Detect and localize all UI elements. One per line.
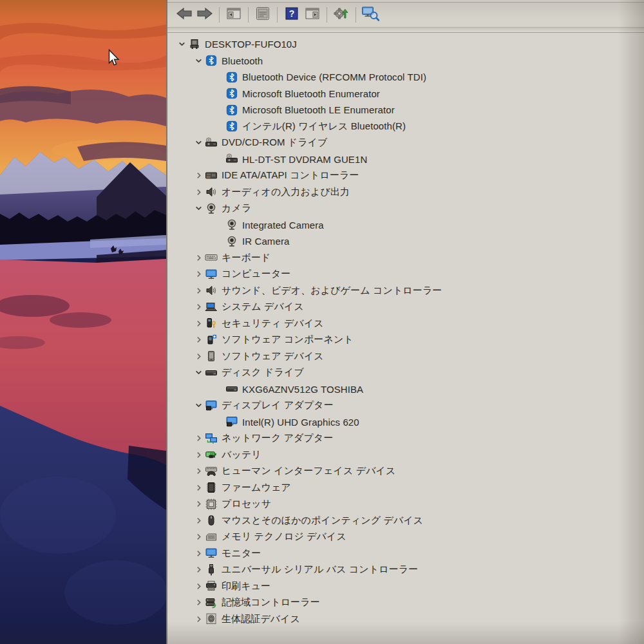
disk-drive-icon [225, 383, 238, 395]
tree-item[interactable]: IDE ATA/ATAPI コントローラー [167, 167, 644, 184]
mouse-icon [205, 514, 218, 527]
tree-item[interactable]: ヒューマン インターフェイス デバイス [167, 463, 644, 480]
sunset-lake-wallpaper-image [0, 0, 166, 644]
tree-item[interactable]: ユニバーサル シリアル バス コントローラー [167, 562, 644, 578]
tree-item[interactable]: ファームウェア [167, 480, 644, 497]
chevron-down-icon[interactable] [192, 137, 205, 149]
chevron-right-icon[interactable] [192, 531, 205, 544]
chevron-right-icon[interactable] [192, 481, 205, 494]
toolbar-button-forward-arrow[interactable] [195, 6, 214, 24]
tree-item[interactable]: ソフトウェア コンポーネント [167, 332, 644, 348]
chevron-down-icon[interactable] [192, 54, 205, 67]
svg-text:?: ? [289, 8, 295, 19]
tree-item[interactable]: キーボード [167, 250, 644, 267]
tree-item[interactable]: コンピューター [167, 266, 644, 283]
chevron-right-icon[interactable] [192, 596, 205, 609]
back-arrow-icon [176, 7, 193, 23]
chevron-right-icon[interactable] [192, 612, 205, 625]
tree-item[interactable]: Microsoft Bluetooth LE Enumerator [167, 102, 644, 118]
toolbar-separator [277, 7, 278, 23]
toolbar-button-console-tree[interactable] [224, 6, 243, 24]
toolbar-button-update-driver[interactable] [332, 6, 351, 24]
usb-controller-icon [205, 564, 218, 576]
tree-item-label: ヒューマン インターフェイス デバイス [222, 465, 396, 477]
tree-item-label: IR Camera [242, 236, 289, 247]
toolbar-button-properties[interactable] [253, 6, 272, 24]
chevron-right-icon[interactable] [192, 448, 205, 461]
chevron-right-icon[interactable] [192, 350, 205, 363]
tree-item[interactable]: マウスとそのほかのポインティング デバイス [167, 513, 644, 529]
toolbar-button-help[interactable]: ? [282, 6, 301, 24]
tree-item-label: Integrated Camera [242, 220, 324, 231]
chevron-right-icon[interactable] [192, 580, 205, 592]
tree-item-label: サウンド、ビデオ、およびゲーム コントローラー [222, 285, 442, 297]
toolbar-button-scan-hardware[interactable] [361, 6, 380, 24]
tree-item[interactable]: IR Camera [167, 233, 644, 250]
chevron-right-icon[interactable] [192, 268, 205, 281]
tree-item[interactable]: ネットワーク アダプター [167, 430, 644, 447]
tree-item-label: Bluetooth Device (RFCOMM Protocol TDI) [242, 71, 426, 82]
chevron-down-icon[interactable] [192, 399, 205, 412]
tree-item[interactable]: オーディオの入力および出力 [167, 184, 644, 201]
chevron-down-icon[interactable] [175, 38, 188, 51]
tree-item-label: ユニバーサル シリアル バス コントローラー [222, 564, 418, 576]
tree-item-label: インテル(R) ワイヤレス Bluetooth(R) [242, 120, 406, 133]
tree-item[interactable]: システム デバイス [167, 299, 644, 316]
tree-item[interactable]: バッテリ [167, 447, 644, 464]
chevron-right-icon[interactable] [192, 432, 205, 445]
tree-item[interactable]: Integrated Camera [167, 217, 644, 234]
tree-item[interactable]: Microsoft Bluetooth Enumerator [167, 86, 644, 102]
network-adapter-icon [205, 432, 218, 445]
tree-item[interactable]: セキュリティ デバイス [167, 316, 644, 332]
chevron-down-icon[interactable] [192, 202, 205, 215]
tree-item[interactable]: Intel(R) UHD Graphics 620 [167, 414, 644, 431]
tree-item[interactable]: ソフトウェア デバイス [167, 348, 644, 365]
tree-item[interactable]: 生体認証デバイス [167, 611, 644, 628]
tree-item[interactable]: ディスプレイ アダプター [167, 397, 644, 414]
chevron-right-icon[interactable] [192, 514, 205, 527]
console-tree-icon [227, 7, 241, 23]
bluetooth-icon [225, 104, 238, 117]
chevron-right-icon[interactable] [192, 465, 205, 478]
chevron-right-icon[interactable] [192, 334, 205, 346]
tree-item[interactable]: カメラ [167, 200, 644, 217]
tree-item[interactable]: メモリ テクノロジ デバイス [167, 529, 644, 545]
tree-item-label: メモリ テクノロジ デバイス [222, 531, 346, 543]
tree-item[interactable]: インテル(R) ワイヤレス Bluetooth(R) [167, 118, 644, 135]
tree-item[interactable]: プロセッサ [167, 496, 644, 513]
ide-controller-icon [205, 169, 218, 182]
chevron-right-icon[interactable] [192, 564, 205, 576]
scan-hardware-icon [361, 6, 379, 24]
tree-item[interactable]: Bluetooth Device (RFCOMM Protocol TDI) [167, 69, 644, 86]
mouse-cursor [108, 49, 120, 66]
chevron-right-icon[interactable] [192, 185, 205, 198]
keyboard-icon [205, 251, 218, 264]
tree-item[interactable]: サウンド、ビデオ、およびゲーム コントローラー [167, 283, 644, 299]
toolbar-button-back-arrow[interactable] [175, 6, 194, 24]
tree-item[interactable]: HL-DT-ST DVDRAM GUE1N [167, 151, 644, 168]
tree-item[interactable]: 印刷キュー [167, 578, 644, 595]
chevron-right-icon[interactable] [192, 284, 205, 297]
toolbar-button-action-pane[interactable] [303, 6, 322, 24]
chevron-right-icon[interactable] [192, 169, 205, 182]
chevron-right-icon[interactable] [192, 498, 205, 511]
tree-item[interactable]: ディスク ドライブ [167, 365, 644, 381]
tree-item-label: プロセッサ [222, 498, 271, 510]
chevron-right-icon[interactable] [192, 251, 205, 264]
tree-item[interactable]: DESKTOP-FUFO10J [167, 36, 644, 53]
chevron-right-icon[interactable] [192, 317, 205, 330]
tree-item-label: モニター [222, 547, 261, 560]
tree-item[interactable]: KXG6AZNV512G TOSHIBA [167, 381, 644, 398]
firmware-icon [205, 481, 218, 494]
chevron-right-icon[interactable] [192, 547, 205, 560]
tree-item[interactable]: DVD/CD-ROM ドライブ [167, 135, 644, 151]
chevron-down-icon[interactable] [192, 366, 205, 379]
chevron-right-icon[interactable] [192, 301, 205, 314]
security-device-icon [205, 317, 218, 330]
tree-item-label: Microsoft Bluetooth Enumerator [242, 88, 380, 99]
toolbar-separator [248, 7, 249, 23]
tree-item[interactable]: モニター [167, 545, 644, 562]
tree-item-label: オーディオの入力および出力 [222, 186, 350, 198]
tree-item[interactable]: 記憶域コントローラー [167, 594, 644, 611]
tree-item[interactable]: Bluetooth [167, 53, 644, 70]
